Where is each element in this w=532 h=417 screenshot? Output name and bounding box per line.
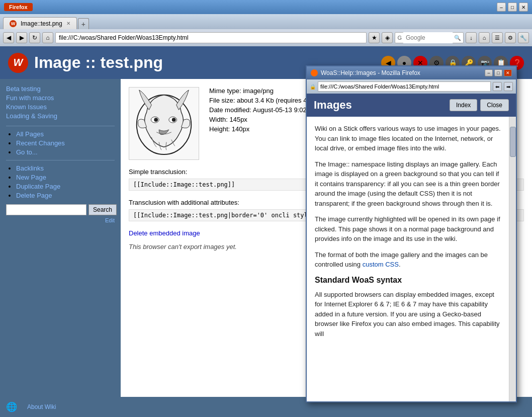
list-item: Delete Page xyxy=(16,192,115,199)
title-bar-left: Firefox xyxy=(4,3,33,11)
sidebar-actions-list: Backlinks New Page Duplicate Page Delete… xyxy=(6,164,115,199)
svg-point-4 xyxy=(172,118,176,122)
footer-globe-icon: 🌐 xyxy=(6,401,17,412)
footer-about-link[interactable]: About Wiki xyxy=(27,403,56,410)
settings-icon[interactable]: ⚙ xyxy=(505,32,516,43)
search-input[interactable] xyxy=(403,32,453,43)
sidebar-top-links: Beta testing Fun with macros Known Issue… xyxy=(6,85,115,120)
popup-nav-back[interactable]: ⬅ xyxy=(493,82,502,91)
title-bar: Firefox – □ ✕ xyxy=(0,0,532,14)
bookmarks-icon[interactable]: ☰ xyxy=(492,32,503,43)
sidebar-link-beta[interactable]: Beta testing xyxy=(6,85,115,93)
popup-para-2: The Image:: namespace listing displays a… xyxy=(315,159,501,209)
back-button[interactable]: ◀ xyxy=(3,32,14,43)
sidebar-link-issues[interactable]: Known Issues xyxy=(6,103,115,111)
url-input[interactable] xyxy=(55,32,367,43)
popup-controls: – □ ✕ xyxy=(485,69,512,76)
list-item: New Page xyxy=(16,174,115,181)
backlinks-link[interactable]: Backlinks xyxy=(16,164,115,172)
sidebar-link-macros[interactable]: Fun with macros xyxy=(6,94,115,102)
popup-url-bar: 🔒 ⬅ ➡ xyxy=(307,79,516,94)
custom-css-link[interactable]: custom CSS xyxy=(363,261,399,268)
list-item: Backlinks xyxy=(16,164,115,172)
popup-minimize[interactable]: – xyxy=(485,69,493,76)
duplicate-page-link[interactable]: Duplicate Page xyxy=(16,183,115,190)
popup-title-bar: WoaS::Help::Images - Mozilla Firefox – □… xyxy=(307,66,516,79)
new-page-link[interactable]: New Page xyxy=(16,174,115,181)
tab-favicon: W xyxy=(10,20,17,27)
popup-title-text: WoaS::Help::Images - Mozilla Firefox xyxy=(311,69,420,76)
popup-standard-heading: Standard WoaS syntax xyxy=(315,276,501,285)
active-tab[interactable]: W Image::test.png ✕ xyxy=(3,17,77,29)
list-item: Duplicate Page xyxy=(16,183,115,190)
popup-scroll-thumb[interactable] xyxy=(510,127,516,157)
gnu-image xyxy=(129,87,199,160)
go-to-link[interactable]: Go to... xyxy=(16,148,115,156)
sidebar-link-loading[interactable]: Loading & Saving xyxy=(6,112,115,120)
edit-link[interactable]: Edit xyxy=(6,217,115,223)
minimize-button[interactable]: – xyxy=(497,3,506,12)
reload-button[interactable]: ↻ xyxy=(29,32,40,43)
popup-buttons: Index Close xyxy=(450,99,509,111)
all-pages-link[interactable]: All Pages xyxy=(16,130,115,138)
popup-maximize[interactable]: □ xyxy=(494,69,502,76)
svg-point-3 xyxy=(154,118,158,122)
maximize-button[interactable]: □ xyxy=(508,3,517,12)
page-title: Image :: test.png xyxy=(34,53,163,72)
tab-label: Image::test.png xyxy=(21,20,62,27)
firefox-menu-button[interactable]: Firefox xyxy=(4,3,33,11)
new-tab-button[interactable]: + xyxy=(78,18,89,29)
sidebar-search-button[interactable]: Search xyxy=(88,204,117,215)
addon-icon[interactable]: 🔧 xyxy=(518,32,529,43)
woas-logo: W xyxy=(8,53,28,73)
search-submit-icon[interactable]: 🔍 xyxy=(454,35,461,41)
popup-index-button[interactable]: Index xyxy=(450,99,477,111)
popup-content-area: Wiki on a Stick offers various ways to u… xyxy=(307,117,516,401)
delete-page-link[interactable]: Delete Page xyxy=(16,192,115,199)
home-button[interactable]: ⌂ xyxy=(42,32,53,43)
popup-para-1: Wiki on a Stick offers various ways to u… xyxy=(315,124,501,153)
popup-window: WoaS::Help::Images - Mozilla Firefox – □… xyxy=(306,65,517,402)
forward-button[interactable]: ▶ xyxy=(16,32,27,43)
download-icon[interactable]: ↓ xyxy=(466,32,477,43)
search-engine-icon: G xyxy=(397,35,402,41)
sidebar-search-input[interactable] xyxy=(6,204,86,215)
sidebar-divider-2 xyxy=(6,160,115,160)
popup-url-input[interactable] xyxy=(318,81,491,92)
sidebar-divider-1 xyxy=(6,126,115,126)
list-item: Recent Changes xyxy=(16,139,115,147)
popup-para-4: The format of both the image gallery and… xyxy=(315,250,501,270)
sidebar-search-row: Search xyxy=(6,204,115,215)
popup-firefox-icon xyxy=(311,69,318,76)
rss-icon[interactable]: ◈ xyxy=(382,32,393,43)
close-button[interactable]: ✕ xyxy=(519,3,528,12)
url-bar-area: ◀ ▶ ↻ ⌂ ★ ◈ G 🔍 ↓ ⌂ ☰ ⚙ 🔧 xyxy=(0,29,532,46)
recent-changes-link[interactable]: Recent Changes xyxy=(16,139,115,147)
popup-scrollbar[interactable] xyxy=(509,117,516,401)
list-item: All Pages xyxy=(16,130,115,138)
popup-header: Images Index Close xyxy=(307,94,516,117)
star-icon[interactable]: ★ xyxy=(369,32,380,43)
wiki-image xyxy=(129,87,199,160)
popup-close[interactable]: ✕ xyxy=(504,69,512,76)
home-icon2[interactable]: ⌂ xyxy=(479,32,490,43)
tab-close-icon[interactable]: ✕ xyxy=(66,21,70,26)
sidebar-nav-list: All Pages Recent Changes Go to... xyxy=(6,130,115,156)
window-controls: – □ ✕ xyxy=(497,3,528,12)
popup-heading: Images xyxy=(314,99,352,112)
sidebar: Beta testing Fun with macros Known Issue… xyxy=(0,79,121,397)
popup-nav-forward[interactable]: ➡ xyxy=(504,82,513,91)
tab-bar: W Image::test.png ✕ + xyxy=(0,14,532,29)
main-window: Firefox – □ ✕ W Image::test.png ✕ + ◀ ▶ … xyxy=(0,0,532,417)
popup-lock-icon: 🔒 xyxy=(310,84,316,90)
popup-para-3: The image currently highlighted will be … xyxy=(315,214,501,244)
popup-close-button[interactable]: Close xyxy=(480,99,509,111)
list-item: Go to... xyxy=(16,148,115,156)
popup-standard-para: All supported browsers can display embed… xyxy=(315,290,501,339)
popup-content: Wiki on a Stick offers various ways to u… xyxy=(307,117,509,401)
